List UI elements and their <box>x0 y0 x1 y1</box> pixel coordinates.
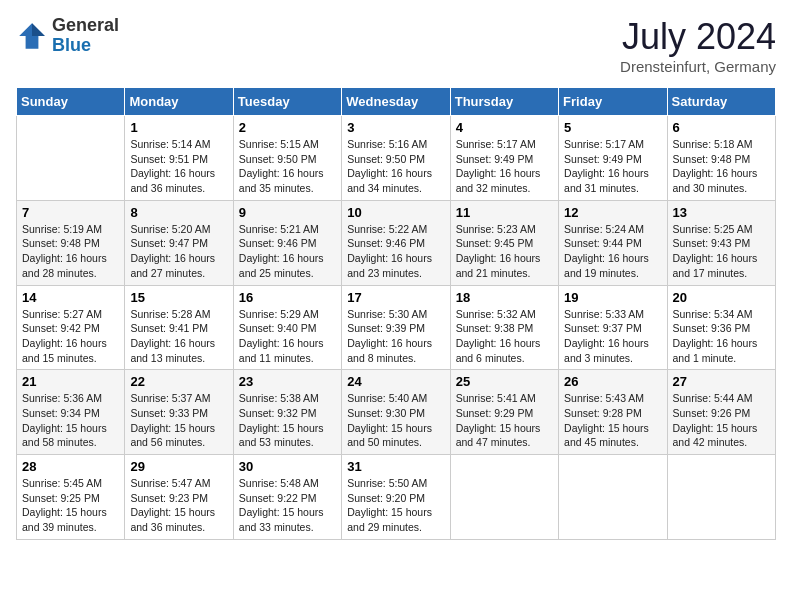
week-row: 28Sunrise: 5:45 AM Sunset: 9:25 PM Dayli… <box>17 455 776 540</box>
day-info: Sunrise: 5:14 AM Sunset: 9:51 PM Dayligh… <box>130 137 227 196</box>
calendar-cell: 17Sunrise: 5:30 AM Sunset: 9:39 PM Dayli… <box>342 285 450 370</box>
logo-general: General <box>52 16 119 36</box>
day-number: 1 <box>130 120 227 135</box>
day-number: 3 <box>347 120 444 135</box>
day-info: Sunrise: 5:23 AM Sunset: 9:45 PM Dayligh… <box>456 222 553 281</box>
day-number: 31 <box>347 459 444 474</box>
logo-text: General Blue <box>52 16 119 56</box>
day-number: 7 <box>22 205 119 220</box>
day-number: 20 <box>673 290 770 305</box>
calendar-cell: 14Sunrise: 5:27 AM Sunset: 9:42 PM Dayli… <box>17 285 125 370</box>
day-info: Sunrise: 5:29 AM Sunset: 9:40 PM Dayligh… <box>239 307 336 366</box>
page-header: General Blue July 2024 Drensteinfurt, Ge… <box>16 16 776 75</box>
logo-blue: Blue <box>52 36 119 56</box>
day-info: Sunrise: 5:19 AM Sunset: 9:48 PM Dayligh… <box>22 222 119 281</box>
day-number: 21 <box>22 374 119 389</box>
day-number: 28 <box>22 459 119 474</box>
header-day-friday: Friday <box>559 88 667 116</box>
month-year: July 2024 <box>620 16 776 58</box>
day-info: Sunrise: 5:30 AM Sunset: 9:39 PM Dayligh… <box>347 307 444 366</box>
calendar-cell: 3Sunrise: 5:16 AM Sunset: 9:50 PM Daylig… <box>342 116 450 201</box>
header-row: SundayMondayTuesdayWednesdayThursdayFrid… <box>17 88 776 116</box>
day-info: Sunrise: 5:20 AM Sunset: 9:47 PM Dayligh… <box>130 222 227 281</box>
logo: General Blue <box>16 16 119 56</box>
day-info: Sunrise: 5:36 AM Sunset: 9:34 PM Dayligh… <box>22 391 119 450</box>
day-info: Sunrise: 5:40 AM Sunset: 9:30 PM Dayligh… <box>347 391 444 450</box>
day-info: Sunrise: 5:15 AM Sunset: 9:50 PM Dayligh… <box>239 137 336 196</box>
week-row: 1Sunrise: 5:14 AM Sunset: 9:51 PM Daylig… <box>17 116 776 201</box>
day-number: 30 <box>239 459 336 474</box>
day-info: Sunrise: 5:33 AM Sunset: 9:37 PM Dayligh… <box>564 307 661 366</box>
week-row: 7Sunrise: 5:19 AM Sunset: 9:48 PM Daylig… <box>17 200 776 285</box>
day-number: 5 <box>564 120 661 135</box>
day-number: 25 <box>456 374 553 389</box>
calendar-cell: 23Sunrise: 5:38 AM Sunset: 9:32 PM Dayli… <box>233 370 341 455</box>
calendar-cell: 30Sunrise: 5:48 AM Sunset: 9:22 PM Dayli… <box>233 455 341 540</box>
calendar-cell <box>17 116 125 201</box>
calendar-cell <box>667 455 775 540</box>
location: Drensteinfurt, Germany <box>620 58 776 75</box>
calendar-cell: 21Sunrise: 5:36 AM Sunset: 9:34 PM Dayli… <box>17 370 125 455</box>
day-info: Sunrise: 5:27 AM Sunset: 9:42 PM Dayligh… <box>22 307 119 366</box>
calendar-cell: 2Sunrise: 5:15 AM Sunset: 9:50 PM Daylig… <box>233 116 341 201</box>
calendar-cell: 13Sunrise: 5:25 AM Sunset: 9:43 PM Dayli… <box>667 200 775 285</box>
calendar-cell: 29Sunrise: 5:47 AM Sunset: 9:23 PM Dayli… <box>125 455 233 540</box>
day-info: Sunrise: 5:38 AM Sunset: 9:32 PM Dayligh… <box>239 391 336 450</box>
calendar-cell: 31Sunrise: 5:50 AM Sunset: 9:20 PM Dayli… <box>342 455 450 540</box>
calendar-cell: 20Sunrise: 5:34 AM Sunset: 9:36 PM Dayli… <box>667 285 775 370</box>
day-info: Sunrise: 5:28 AM Sunset: 9:41 PM Dayligh… <box>130 307 227 366</box>
calendar-body: 1Sunrise: 5:14 AM Sunset: 9:51 PM Daylig… <box>17 116 776 540</box>
day-number: 17 <box>347 290 444 305</box>
calendar-cell: 5Sunrise: 5:17 AM Sunset: 9:49 PM Daylig… <box>559 116 667 201</box>
day-info: Sunrise: 5:17 AM Sunset: 9:49 PM Dayligh… <box>564 137 661 196</box>
calendar-cell: 6Sunrise: 5:18 AM Sunset: 9:48 PM Daylig… <box>667 116 775 201</box>
day-info: Sunrise: 5:25 AM Sunset: 9:43 PM Dayligh… <box>673 222 770 281</box>
day-info: Sunrise: 5:16 AM Sunset: 9:50 PM Dayligh… <box>347 137 444 196</box>
calendar-cell: 22Sunrise: 5:37 AM Sunset: 9:33 PM Dayli… <box>125 370 233 455</box>
day-number: 11 <box>456 205 553 220</box>
calendar-cell: 15Sunrise: 5:28 AM Sunset: 9:41 PM Dayli… <box>125 285 233 370</box>
header-day-wednesday: Wednesday <box>342 88 450 116</box>
week-row: 21Sunrise: 5:36 AM Sunset: 9:34 PM Dayli… <box>17 370 776 455</box>
calendar-cell: 19Sunrise: 5:33 AM Sunset: 9:37 PM Dayli… <box>559 285 667 370</box>
calendar-cell: 25Sunrise: 5:41 AM Sunset: 9:29 PM Dayli… <box>450 370 558 455</box>
day-number: 27 <box>673 374 770 389</box>
calendar-cell: 1Sunrise: 5:14 AM Sunset: 9:51 PM Daylig… <box>125 116 233 201</box>
day-number: 10 <box>347 205 444 220</box>
calendar-cell <box>559 455 667 540</box>
calendar-cell: 9Sunrise: 5:21 AM Sunset: 9:46 PM Daylig… <box>233 200 341 285</box>
day-info: Sunrise: 5:41 AM Sunset: 9:29 PM Dayligh… <box>456 391 553 450</box>
calendar-cell: 7Sunrise: 5:19 AM Sunset: 9:48 PM Daylig… <box>17 200 125 285</box>
calendar-cell: 27Sunrise: 5:44 AM Sunset: 9:26 PM Dayli… <box>667 370 775 455</box>
header-day-thursday: Thursday <box>450 88 558 116</box>
day-number: 13 <box>673 205 770 220</box>
header-day-monday: Monday <box>125 88 233 116</box>
calendar-cell: 12Sunrise: 5:24 AM Sunset: 9:44 PM Dayli… <box>559 200 667 285</box>
day-info: Sunrise: 5:47 AM Sunset: 9:23 PM Dayligh… <box>130 476 227 535</box>
day-info: Sunrise: 5:34 AM Sunset: 9:36 PM Dayligh… <box>673 307 770 366</box>
calendar-cell: 28Sunrise: 5:45 AM Sunset: 9:25 PM Dayli… <box>17 455 125 540</box>
header-day-tuesday: Tuesday <box>233 88 341 116</box>
day-number: 6 <box>673 120 770 135</box>
day-info: Sunrise: 5:24 AM Sunset: 9:44 PM Dayligh… <box>564 222 661 281</box>
day-number: 24 <box>347 374 444 389</box>
logo-icon <box>16 20 48 52</box>
day-number: 18 <box>456 290 553 305</box>
calendar-cell: 8Sunrise: 5:20 AM Sunset: 9:47 PM Daylig… <box>125 200 233 285</box>
title-block: July 2024 Drensteinfurt, Germany <box>620 16 776 75</box>
header-day-saturday: Saturday <box>667 88 775 116</box>
day-info: Sunrise: 5:22 AM Sunset: 9:46 PM Dayligh… <box>347 222 444 281</box>
day-info: Sunrise: 5:17 AM Sunset: 9:49 PM Dayligh… <box>456 137 553 196</box>
day-number: 16 <box>239 290 336 305</box>
calendar-header: SundayMondayTuesdayWednesdayThursdayFrid… <box>17 88 776 116</box>
day-number: 9 <box>239 205 336 220</box>
day-number: 12 <box>564 205 661 220</box>
day-number: 4 <box>456 120 553 135</box>
day-info: Sunrise: 5:48 AM Sunset: 9:22 PM Dayligh… <box>239 476 336 535</box>
day-number: 26 <box>564 374 661 389</box>
week-row: 14Sunrise: 5:27 AM Sunset: 9:42 PM Dayli… <box>17 285 776 370</box>
day-info: Sunrise: 5:37 AM Sunset: 9:33 PM Dayligh… <box>130 391 227 450</box>
day-number: 15 <box>130 290 227 305</box>
header-day-sunday: Sunday <box>17 88 125 116</box>
calendar-cell <box>450 455 558 540</box>
